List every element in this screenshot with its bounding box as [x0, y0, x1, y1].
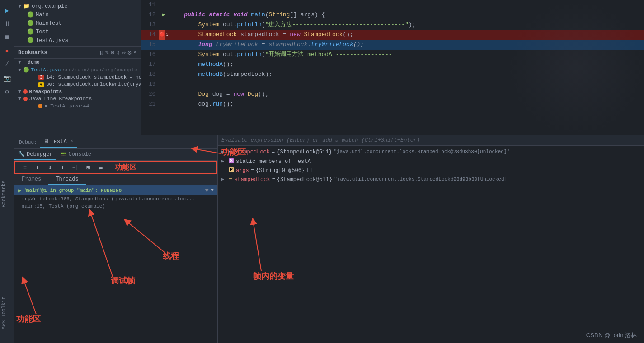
sidebar-icon-settings[interactable]: ⚙	[2, 86, 13, 97]
gutter-14: 🔴3	[159, 30, 168, 40]
gutter-15	[159, 40, 168, 50]
sidebar-icon-stop[interactable]: ⏹	[2, 32, 13, 43]
var-val-0: {StampedLock@511}	[277, 149, 332, 155]
file-tree-item-maintest[interactable]: 🟢 MainTest	[14, 19, 141, 28]
gutter-19	[159, 79, 168, 89]
tb-btn-step-out[interactable]: ⬆	[57, 162, 69, 172]
dot-line-bp	[38, 104, 42, 108]
tool-collapse[interactable]: ⇔	[122, 49, 126, 56]
code-line-19: 19	[141, 79, 644, 89]
var-icon-p-2: P	[229, 167, 234, 172]
code-line-16: 16 System.out.println("开始调用方法 methodA --…	[141, 50, 644, 60]
line-num-11: 11	[141, 0, 159, 10]
thread-main[interactable]: ▶ "main"@1 in group "main": RUNNING ▼ ▼	[14, 185, 217, 195]
var-expand-0[interactable]: ▶	[221, 149, 227, 154]
file-tree-item-main[interactable]: 🟢 Main	[14, 10, 141, 19]
tb-btn-menu[interactable]: ≡	[19, 162, 31, 172]
tab-debugger[interactable]: 🔧 Debugger	[14, 149, 56, 160]
line-num-14: 14	[141, 30, 159, 40]
bookmarks-tools: ⇅ ✎ ⊕ ⇕ ⇔ ⚙ ×	[99, 49, 137, 56]
line-content-15: long tryWriteLock = stampedLock.tryWrite…	[168, 40, 644, 50]
code-editor: 11 12 ▶ public static void main(String[]…	[141, 0, 644, 135]
gutter-12: ▶	[159, 10, 168, 20]
line-content-18: methodB(stampedLock);	[168, 70, 644, 79]
var-eq-0: =	[272, 149, 275, 155]
var-icon-s-1: S	[229, 158, 234, 163]
bm-group-name: demo	[28, 60, 39, 65]
line-num-12: 12	[141, 10, 159, 20]
badge-3: 3	[38, 75, 44, 80]
tb-btn-watch[interactable]: ⇌	[95, 162, 107, 172]
gutter-13	[159, 20, 168, 30]
thread-dropdown-icon[interactable]: ▼	[211, 187, 214, 194]
var-eq-3: =	[272, 176, 275, 183]
bm-file-testa[interactable]: ▼ 🟢 TestA.java src/main/java/org/example	[14, 66, 141, 74]
code-line-21: 21 dog.run();	[141, 99, 644, 109]
sidebar-icon-edit[interactable]: /	[2, 59, 13, 70]
gutter-11	[159, 0, 168, 10]
sidebar-icon-run[interactable]: ▶	[2, 5, 13, 16]
tool-close[interactable]: ×	[133, 49, 137, 56]
file-tree-item[interactable]: ▼ 📁 org.example	[14, 2, 141, 10]
gutter-21	[159, 99, 168, 109]
var-expand-1[interactable]: ▶	[221, 158, 227, 164]
bookmarks-panel: ▼ 📁 org.example 🟢 Main 🟢 MainTest 🟢 Test	[14, 0, 141, 135]
top-panel: ▼ 📁 org.example 🟢 Main 🟢 MainTest 🟢 Test	[14, 0, 644, 135]
file-testa: TestA.java	[36, 37, 68, 44]
frame-item-1[interactable]: main:15, TestA (org.example)	[14, 203, 217, 210]
var-sub-2: []	[306, 167, 312, 173]
tb-btn-step-over[interactable]: ⬆	[32, 162, 43, 172]
thread-list: ▶ "main"@1 in group "main": RUNNING ▼ ▼ …	[14, 185, 217, 343]
tb-btn-evaluate[interactable]: ⊞	[82, 162, 94, 172]
var-name-2: args	[236, 167, 249, 174]
code-line-14: 14 🔴3 StampedLock stampedLock = new Stam…	[141, 30, 644, 40]
var-item-1[interactable]: ▶ S static members of TestA	[218, 157, 644, 166]
var-expand-3[interactable]: ▶	[221, 176, 227, 182]
file-test: Test	[36, 29, 49, 35]
tb-btn-step-into[interactable]: ⬇	[44, 162, 56, 172]
line-num-15: 15	[141, 40, 159, 50]
frame-item-0[interactable]: tryWriteLock:366, StampedLock (java.util…	[14, 195, 217, 203]
bm-breakpoints[interactable]: ▼ Breakpoints	[14, 88, 141, 95]
var-item-3[interactable]: ▶ ≡ stampedLock = {StampedLock@511} "jav…	[218, 175, 644, 185]
bm-bp-line-text: ● TestA.java:44	[44, 103, 89, 109]
line-content-14: StampedLock stampedLock = new StampedLoc…	[168, 30, 644, 40]
var-val-3: {StampedLock@511}	[277, 176, 332, 183]
line-content-20: Dog dog = new Dog();	[168, 89, 644, 99]
file-tree-item-testa[interactable]: 🟢 TestA.java	[14, 36, 141, 45]
badge-4: 4	[38, 82, 44, 87]
thread-filter-icon[interactable]: ▼	[205, 187, 208, 194]
pkg-name: org.example	[32, 3, 67, 9]
tb-btn-run-cursor[interactable]: →|	[70, 162, 81, 172]
tool-expand[interactable]: ⇕	[116, 49, 120, 56]
bm-bp-line[interactable]: ● TestA.java:44	[14, 102, 141, 110]
ft-tab-threads[interactable]: Threads	[48, 174, 85, 185]
debugger-label: Debugger	[27, 151, 53, 158]
bookmarks-title: Bookmarks	[18, 50, 47, 56]
ft-tab-frames[interactable]: Frames	[14, 174, 48, 185]
sidebar-icon-camera[interactable]: 📷	[2, 73, 13, 83]
var-item-0[interactable]: ▶ ∞ stampedLock = {StampedLock@511} "jav…	[218, 148, 644, 157]
tool-sort[interactable]: ⇅	[99, 49, 103, 56]
bm-group-demo[interactable]: ▼ ≡ demo	[14, 59, 141, 66]
debug-tab-bar: Debug: 🖥 TestA ×	[14, 135, 217, 149]
bm-line-14[interactable]: 3 14: StampedLock stampedLock = new Stam…	[14, 74, 141, 81]
bm-line-30[interactable]: 4 30: stampedLock.unlockWrite(tryWriteLo…	[14, 81, 141, 88]
tool-add[interactable]: ⊕	[111, 49, 114, 56]
var-name-1: static members of TestA	[236, 158, 311, 165]
frame-text-1: main:15, TestA (org.example)	[22, 204, 105, 209]
debug-tab-testa[interactable]: 🖥 TestA ×	[40, 136, 77, 148]
console-label: Console	[69, 151, 91, 158]
bm-java-breakpoints[interactable]: ▼ Java Line Breakpoints	[14, 95, 141, 102]
line-num-13: 13	[141, 20, 159, 30]
tool-gear[interactable]: ⚙	[127, 49, 131, 56]
var-val-2: {String[0]@506}	[256, 167, 305, 174]
tab-console[interactable]: 📟 Console	[56, 149, 95, 160]
tab-close-testa[interactable]: ×	[71, 139, 73, 144]
tool-edit[interactable]: ✎	[105, 49, 108, 56]
file-tree-item-test[interactable]: 🟢 Test	[14, 28, 141, 36]
gutter-18	[159, 70, 168, 79]
sidebar-icon-breakpoint[interactable]: ●	[2, 46, 13, 56]
var-item-2[interactable]: ▶ P args = {String[0]@506} []	[218, 166, 644, 175]
sidebar-icon-pause[interactable]: ⏸	[2, 19, 13, 29]
